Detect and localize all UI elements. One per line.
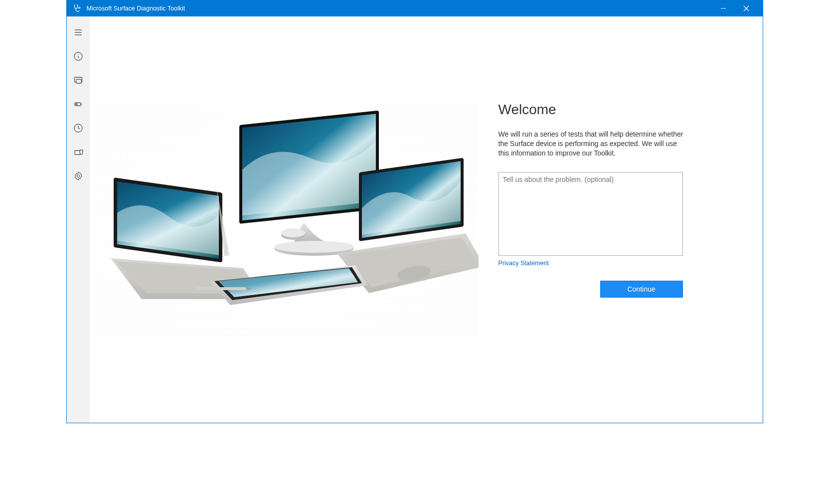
problem-textarea[interactable] [498,172,683,256]
titlebar: Microsoft Surface Diagnostic Toolkit [67,0,763,16]
hero-image [95,103,479,337]
svg-rect-16 [75,104,77,105]
svg-point-26 [281,228,305,237]
svg-point-1 [74,5,75,5]
svg-point-24 [274,241,354,253]
close-button[interactable] [735,0,758,16]
welcome-panel: Welcome We will run a series of tests th… [479,102,763,298]
svg-rect-32 [196,287,246,290]
main-content: Welcome We will run a series of tests th… [90,16,763,423]
nav-info[interactable] [67,44,90,68]
page-description: We will run a series of tests that will … [498,130,688,158]
svg-point-11 [78,54,78,54]
nav-battery[interactable] [67,92,90,116]
minimize-button[interactable] [712,0,735,16]
app-body: Welcome We will run a series of tests th… [67,16,763,423]
svg-rect-13 [76,79,81,83]
nav-settings[interactable] [67,164,90,188]
continue-button[interactable]: Continue [600,281,683,298]
nav-history[interactable] [67,116,90,140]
page-title: Welcome [498,102,728,118]
svg-point-19 [77,175,79,177]
nav-display[interactable] [67,68,90,92]
privacy-link[interactable]: Privacy Statement [498,260,728,267]
sidebar [67,16,90,423]
app-title: Microsoft Surface Diagnostic Toolkit [87,5,185,12]
svg-point-0 [78,7,80,8]
nav-shield[interactable] [67,140,90,164]
svg-point-2 [77,5,78,5]
hamburger-button[interactable] [67,20,90,44]
stethoscope-icon [72,3,82,13]
svg-rect-15 [81,104,82,105]
actions-row: Continue [498,281,683,298]
